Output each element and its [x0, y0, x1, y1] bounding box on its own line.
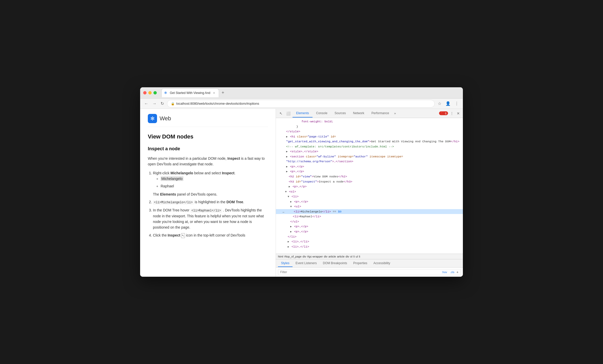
devtools-close-button[interactable]: ✕ [456, 110, 461, 116]
tab-favicon-icon: ✻ [164, 91, 168, 95]
site-logo: ✻ [148, 114, 157, 123]
page-heading: View DOM nodes [148, 132, 268, 141]
devtools-toolbar: ↖ ⬜ Elements Console Sources Network Per… [276, 109, 463, 118]
tab-sources[interactable]: Sources [331, 109, 349, 117]
breadcrumb-top-of-page[interactable]: #top_of_page [284, 255, 302, 258]
dom-line: ▶ <p>…</p> [276, 224, 463, 229]
name-list: Michelangelo Raphael [161, 176, 268, 189]
address-text: localhost:8080/web/tools/chrome-devtools… [176, 102, 259, 105]
dom-line: ▼ <ul> [276, 204, 463, 209]
error-badge: 🚫 6 [439, 111, 448, 115]
account-button[interactable]: 👤 [444, 100, 452, 107]
steps-list: Right-click Michelangelo below and selec… [153, 170, 268, 238]
dom-line: ▶ <p>…</p> [276, 164, 463, 169]
step-2: <li>Michelangelo</li> is highlighted in … [153, 199, 268, 205]
breadcrumb-li2[interactable]: li [359, 255, 360, 258]
dom-line: font-weight: bold; [276, 119, 463, 124]
forward-button[interactable]: → [151, 100, 158, 107]
tab-event-listeners[interactable]: Event Listeners [293, 260, 320, 267]
tab-performance[interactable]: Performance [368, 109, 393, 117]
dom-line: } [276, 124, 463, 129]
maximize-window-button[interactable] [153, 91, 157, 94]
tab-properties[interactable]: Properties [350, 260, 370, 267]
intro-text: When you're interested in a particular D… [148, 156, 268, 167]
dom-line: ▶ <style>…</style> [276, 149, 463, 154]
ellipsis-indicator: … [281, 210, 284, 213]
lock-icon: 🔒 [171, 102, 175, 105]
tab-close-button[interactable]: ✕ [213, 91, 215, 95]
breadcrumb-article2[interactable]: article [337, 255, 345, 258]
dom-line: "http://schema.org/Person">…</section> [276, 159, 463, 164]
web-header: ✻ Web [148, 114, 268, 127]
dom-line: <li>Raphael</li> [276, 214, 463, 219]
menu-button[interactable]: ⋮ [454, 100, 460, 107]
tab-network[interactable]: Network [349, 109, 368, 117]
back-button[interactable]: ← [143, 100, 149, 107]
dom-line: </style> [276, 129, 463, 134]
breadcrumb-ul[interactable]: ul [356, 255, 358, 258]
dom-line: ▶ <li>…</li> [276, 244, 463, 249]
tab-elements[interactable]: Elements [293, 109, 313, 117]
dom-line: ▼ <ol> [276, 189, 463, 194]
tab-accessibility[interactable]: Accessibility [370, 260, 393, 267]
dom-line: ▶ <p>…</p> [276, 229, 463, 234]
browser-window: ✻ Get Started With Viewing And ✕ + ← → ↻… [140, 87, 463, 277]
filter-plus-button[interactable]: + [456, 270, 459, 274]
close-window-button[interactable] [143, 91, 147, 94]
bookmark-button[interactable]: ☆ [437, 100, 442, 107]
dom-line: ▶ <p>…</p> [276, 169, 463, 174]
tab-area: ✻ Get Started With Viewing And ✕ + [161, 89, 460, 97]
reload-button[interactable]: ↻ [160, 100, 165, 107]
tab-console[interactable]: Console [313, 109, 331, 117]
title-bar: ✻ Get Started With Viewing And ✕ + [140, 87, 463, 99]
bottom-tabs: Styles Event Listeners DOM Breakpoints P… [276, 259, 463, 267]
device-toggle-button[interactable]: ⬜ [285, 110, 292, 116]
breadcrumb-html[interactable]: html [278, 255, 283, 258]
dom-line: "get_started_with_viewing_and_changing_t… [276, 139, 463, 144]
active-tab[interactable]: ✻ Get Started With Viewing And ✕ [161, 89, 219, 97]
breadcrumb-gc-wrapper[interactable]: #gc-wrapper [307, 255, 323, 258]
breadcrumb-li1[interactable]: li [354, 255, 355, 258]
logo-icon: ✻ [150, 115, 155, 122]
dom-line: </ul> [276, 219, 463, 224]
filter-cls-tag[interactable]: .cls [449, 270, 455, 274]
step-4: Click the Inspect ↖ icon in the top-left… [153, 232, 268, 238]
more-tabs-button[interactable]: » [393, 111, 398, 116]
devtools-menu-button[interactable]: ⋮ [449, 110, 455, 116]
error-icon: 🚫 [441, 112, 444, 115]
dom-line: ▶ <p>…</p> [276, 199, 463, 204]
site-title: Web [160, 115, 171, 122]
breadcrumb-div2[interactable]: div [324, 255, 327, 258]
dom-line: ▼ <li> [276, 194, 463, 199]
dom-line: ▶ <section class="wf-byline" itemprop="a… [276, 154, 463, 159]
address-actions: ☆ 👤 ⋮ [437, 100, 460, 107]
styles-panel: :hov .cls + [276, 267, 463, 277]
filter-input[interactable] [280, 270, 440, 274]
dom-line: ▶ <li>…</li> [276, 239, 463, 244]
tab-dom-breakpoints[interactable]: DOM Breakpoints [320, 260, 350, 267]
dom-line-highlighted: … <li>Michelangelo</li> == $0 [276, 209, 463, 214]
minimize-window-button[interactable] [148, 91, 152, 94]
filter-bar: :hov .cls + [278, 269, 461, 275]
breadcrumb-div1[interactable]: div [303, 255, 306, 258]
filter-tags: :hov .cls [441, 270, 455, 274]
filter-hov-tag[interactable]: :hov [441, 270, 448, 274]
inspect-element-button[interactable]: ↖ [278, 110, 284, 116]
tab-styles[interactable]: Styles [278, 260, 293, 267]
address-input[interactable]: 🔒 localhost:8080/web/tools/chrome-devtoo… [167, 100, 435, 108]
dom-line: <h3 id="inspect">Inspect a node</h3> [276, 179, 463, 184]
traffic-lights [143, 91, 157, 94]
dom-line: <!-- wf_template: src/templates/contribu… [276, 144, 463, 149]
address-bar: ← → ↻ 🔒 localhost:8080/web/tools/chrome-… [140, 99, 463, 109]
step-3: In the DOM Tree hover <li>Raphael</li> .… [153, 207, 268, 230]
breadcrumb-article1[interactable]: article [328, 255, 336, 258]
breadcrumb-div3[interactable]: div [346, 255, 349, 258]
browser-content: ✻ Web View DOM nodes Inspect a node When… [140, 109, 463, 277]
new-tab-button[interactable]: + [220, 90, 226, 96]
error-count: 6 [445, 112, 446, 115]
devtools-panel: ↖ ⬜ Elements Console Sources Network Per… [276, 109, 463, 277]
dom-line: </li> [276, 234, 463, 239]
breadcrumb-ol[interactable]: ol [350, 255, 352, 258]
page-subheading: Inspect a node [148, 145, 268, 153]
dom-breadcrumb: html #top_of_page div #gc-wrapper div ar… [276, 254, 463, 259]
